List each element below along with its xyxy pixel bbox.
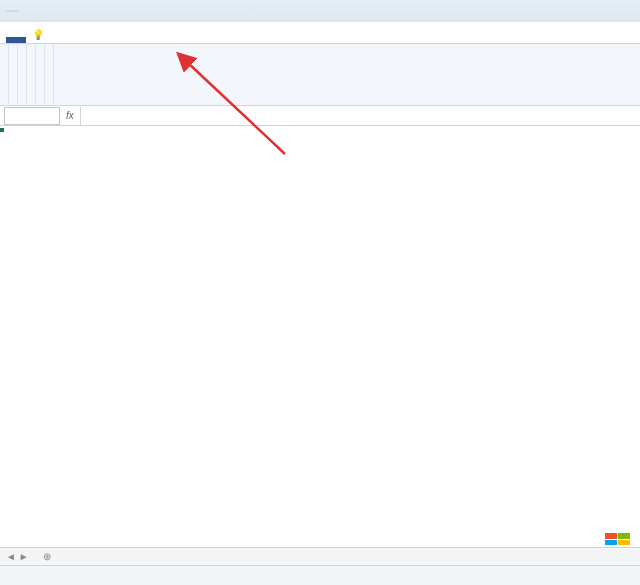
ribbon-group-connections: [9, 44, 18, 105]
status-bar: [0, 565, 640, 585]
bulb-icon: 💡: [32, 29, 44, 40]
autosave-toggle[interactable]: [6, 10, 18, 12]
worksheet[interactable]: [0, 128, 640, 547]
name-box[interactable]: [4, 107, 60, 125]
new-sheet-button[interactable]: ⊕: [35, 549, 59, 564]
ribbon-group-data-tools: [36, 44, 45, 105]
ribbon-group-get-transform: [0, 44, 9, 105]
ribbon-tabs: 💡: [0, 22, 640, 44]
sheet-tab-bar: ◄ ► ⊕: [0, 547, 640, 565]
fx-icon[interactable]: fx: [60, 110, 80, 121]
formula-bar[interactable]: [80, 107, 640, 125]
sheet-nav[interactable]: ◄ ►: [0, 551, 35, 562]
watermark-logo: [605, 533, 634, 545]
ms-logo-icon: [605, 533, 630, 545]
title-bar: [0, 0, 640, 22]
ribbon-group-queries: [18, 44, 27, 105]
tell-me[interactable]: 💡: [26, 26, 50, 43]
active-cell-outline: [0, 128, 4, 132]
ribbon-group-forecast: [45, 44, 54, 105]
formula-bar-row: fx: [0, 106, 640, 126]
ribbon-group-sort-filter: [27, 44, 36, 105]
file-tab[interactable]: [6, 37, 26, 43]
ribbon: [0, 44, 640, 106]
